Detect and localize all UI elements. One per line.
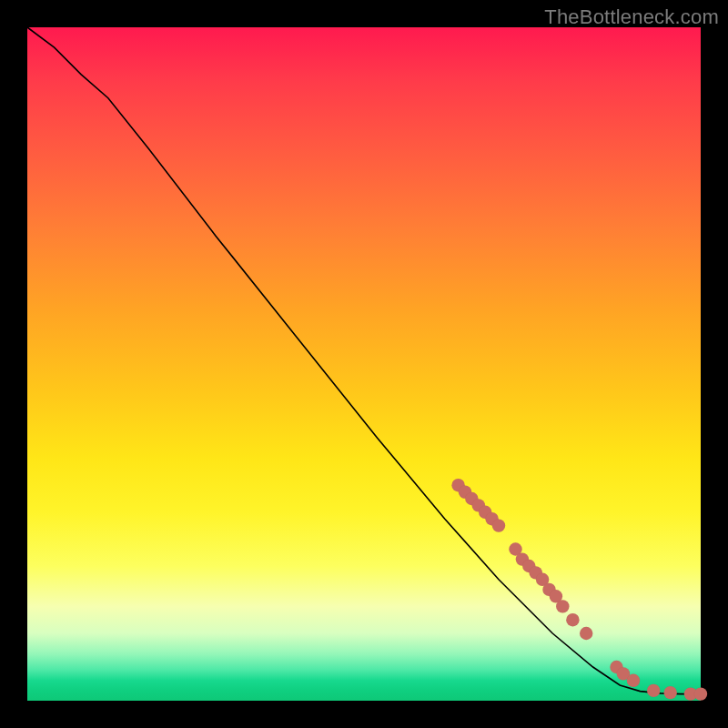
data-point	[492, 519, 505, 531]
data-point	[580, 627, 592, 640]
data-point	[647, 684, 660, 697]
data-point	[664, 686, 677, 699]
data-point	[694, 687, 707, 700]
watermark-text: TheBottleneck.com	[544, 5, 719, 29]
data-point	[556, 600, 569, 612]
chart-frame: TheBottleneck.com	[0, 0, 728, 728]
chart-overlay	[27, 27, 701, 701]
data-point	[566, 613, 579, 626]
data-point	[627, 674, 640, 687]
plot-area	[27, 27, 701, 701]
marker-group	[451, 479, 707, 701]
bottleneck-curve	[27, 27, 701, 694]
